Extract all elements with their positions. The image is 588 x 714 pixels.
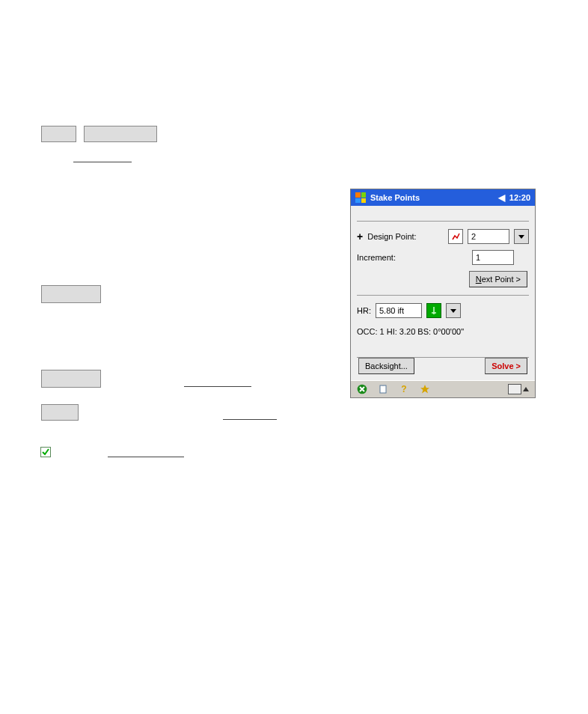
placeholder-box bbox=[84, 126, 157, 142]
hr-dropdown[interactable] bbox=[446, 303, 461, 318]
design-point-input[interactable]: 2 bbox=[468, 229, 509, 244]
svg-marker-1 bbox=[518, 235, 524, 239]
plus-icon: + bbox=[357, 231, 363, 242]
design-point-row: + Design Point: 2 bbox=[357, 229, 529, 244]
placeholder-box bbox=[41, 285, 101, 303]
clipboard-icon[interactable] bbox=[378, 384, 388, 394]
placeholder-box bbox=[41, 370, 101, 388]
svg-rect-5 bbox=[382, 385, 385, 386]
rod-icon[interactable] bbox=[426, 303, 441, 318]
next-point-button[interactable]: Next Point > bbox=[469, 271, 527, 287]
svg-text:?: ? bbox=[401, 384, 406, 394]
hr-label: HR: bbox=[357, 306, 371, 315]
underline bbox=[108, 457, 184, 457]
svg-marker-7 bbox=[420, 385, 429, 394]
checklist-icon bbox=[40, 447, 51, 459]
increment-label: Increment: bbox=[357, 253, 396, 262]
underline bbox=[73, 162, 132, 162]
sip-keyboard-icon[interactable] bbox=[508, 384, 529, 394]
svg-rect-4 bbox=[380, 385, 386, 393]
clock: 12:20 bbox=[509, 193, 530, 202]
window-title: Stake Points bbox=[370, 193, 494, 202]
help-icon[interactable]: ? bbox=[399, 384, 409, 394]
increment-row: Increment: 1 bbox=[357, 250, 529, 265]
placeholder-box bbox=[41, 404, 79, 421]
underline bbox=[184, 386, 251, 387]
backsight-button[interactable]: Backsight... bbox=[358, 358, 414, 374]
increment-input[interactable]: 1 bbox=[472, 250, 514, 265]
start-flag-icon[interactable] bbox=[355, 192, 366, 203]
hr-input[interactable]: 5.80 ift bbox=[376, 303, 422, 318]
underline bbox=[223, 419, 277, 420]
solve-button[interactable]: Solve > bbox=[485, 358, 527, 374]
star-icon[interactable] bbox=[420, 384, 430, 394]
hr-row: HR: 5.80 ift bbox=[357, 303, 529, 318]
volume-icon[interactable]: ◀ bbox=[498, 192, 505, 203]
toolbar: ? bbox=[351, 380, 535, 397]
design-point-label: Design Point: bbox=[367, 232, 416, 241]
svg-marker-2 bbox=[450, 309, 456, 313]
status-line: OCC: 1 HI: 3.20 BS: 0°00'00" bbox=[357, 324, 529, 357]
placeholder-box bbox=[41, 126, 76, 142]
next-point-underline: N bbox=[476, 275, 482, 284]
close-icon[interactable] bbox=[357, 384, 367, 394]
point-style-icon[interactable] bbox=[448, 229, 463, 244]
device-screenshot: Stake Points ◀ 12:20 + Design Point: 2 I… bbox=[350, 189, 536, 398]
next-point-row: Next Point > bbox=[357, 271, 529, 287]
titlebar: Stake Points ◀ 12:20 bbox=[351, 189, 535, 206]
next-point-rest: ext Point > bbox=[482, 275, 521, 284]
design-point-dropdown[interactable] bbox=[514, 229, 529, 244]
